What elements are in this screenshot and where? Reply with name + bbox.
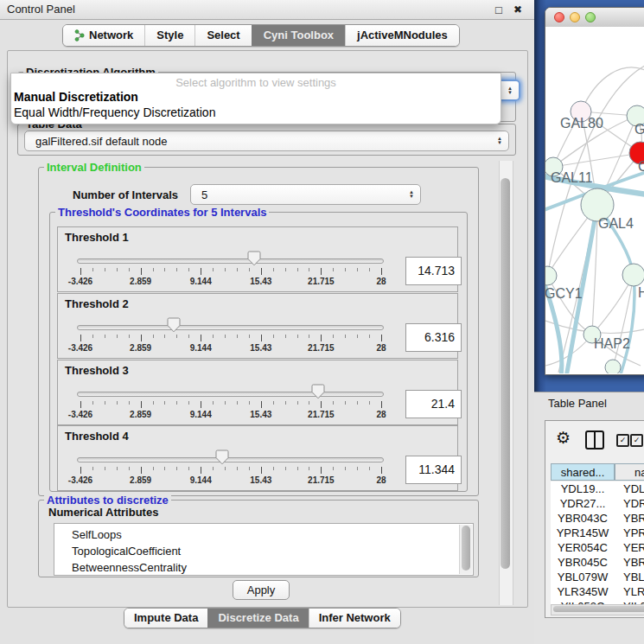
threshold-3-ticks: [80, 401, 382, 409]
threshold-3-value-field[interactable]: 21.4: [405, 390, 462, 418]
table-row[interactable]: YBR045CYBR0: [551, 555, 644, 570]
tab-select[interactable]: Select: [194, 25, 251, 46]
cell[interactable]: YDR2: [623, 496, 644, 511]
table-row[interactable]: YDL19...YDL1: [551, 481, 644, 496]
cell[interactable]: YLR3: [623, 584, 644, 599]
attributes-list[interactable]: SelfLoops TopologicalCoefficient Between…: [54, 523, 474, 576]
slider-tick: [117, 467, 118, 470]
table-hscrollbar-thumb[interactable]: [553, 606, 644, 612]
slider-tick: [357, 467, 358, 470]
network-canvas[interactable]: GAL80 GA GAL11 GAL4 GCY1 H HAP2 C: [545, 27, 644, 373]
list-scrollbar-thumb[interactable]: [462, 526, 470, 571]
gear-icon[interactable]: ⚙: [556, 428, 571, 448]
num-intervals-combobox[interactable]: 5 ▲▼: [190, 184, 421, 205]
slider-tick: [188, 268, 189, 271]
cell[interactable]: YPR145W: [551, 526, 615, 540]
cell[interactable]: YPR1: [623, 526, 644, 540]
threshold-4-slider-thumb[interactable]: [215, 450, 229, 465]
node-bottom[interactable]: [605, 360, 621, 373]
cell[interactable]: YDL19...: [551, 481, 615, 496]
list-scrollbar-track[interactable]: [459, 525, 472, 574]
table-row[interactable]: YBR043CYBR0: [551, 511, 644, 526]
slider-tick: [105, 467, 105, 470]
cell[interactable]: YER054C: [551, 540, 615, 555]
threshold-1-slider-thumb[interactable]: [247, 251, 261, 266]
column-header-shared-name[interactable]: shared...: [551, 463, 615, 481]
tab-network[interactable]: Network: [63, 25, 144, 46]
app-root: Control Panel □ ✖ Network Style Select C…: [0, 0, 644, 644]
list-item[interactable]: SelfLoops: [54, 524, 473, 543]
threshold-3-slider-track[interactable]: [77, 392, 384, 397]
algorithm-option-equal-width[interactable]: Equal Width/Frequency Discretization: [14, 105, 215, 119]
slider-tick: [381, 268, 382, 275]
threshold-2-value-field[interactable]: 6.316: [405, 323, 462, 352]
threshold-1-value-field[interactable]: 14.713: [405, 257, 462, 285]
network-window-titlebar[interactable]: [545, 8, 644, 28]
slider-tick: [164, 268, 165, 271]
slider-scale-label: 28: [376, 343, 386, 353]
node-gcy1[interactable]: [545, 266, 557, 285]
slider-tick: [129, 335, 130, 338]
zoom-button[interactable]: [585, 12, 596, 22]
tab-cyni-toolbox[interactable]: Cyni Toolbox: [252, 25, 345, 46]
slider-tick: [105, 268, 105, 271]
threshold-1-slider-track[interactable]: [77, 258, 384, 264]
threshold-2-slider-thumb[interactable]: [167, 317, 181, 333]
threshold-2-panel: Threshold 2 -3.4262.8599.14415.4321.7152…: [57, 293, 458, 359]
table-data-value: galFiltered.sif default node: [35, 135, 167, 148]
cell[interactable]: YBR0: [623, 511, 644, 526]
cell[interactable]: YBR045C: [551, 555, 615, 570]
panel-scrollbar-thumb[interactable]: [501, 178, 510, 569]
tab-style[interactable]: Style: [144, 25, 194, 46]
cell[interactable]: YLR345W: [551, 584, 615, 599]
cell[interactable]: YBR043C: [551, 511, 615, 526]
cell[interactable]: YDL1: [623, 481, 644, 496]
slider-tick: [321, 401, 322, 408]
threshold-3-slider-thumb[interactable]: [311, 384, 325, 399]
cell[interactable]: YBL0: [623, 570, 644, 584]
table-row[interactable]: YDR27...YDR2: [551, 496, 644, 511]
list-item[interactable]: TopologicalCoefficient: [54, 543, 473, 559]
tab-jactivemnodules[interactable]: jActiveMNodules: [345, 25, 459, 46]
tab-infer-network[interactable]: Infer Network: [309, 609, 400, 628]
table-data-combobox[interactable]: galFiltered.sif default node ▲▼: [24, 131, 509, 151]
cell[interactable]: YER0: [623, 540, 644, 555]
threshold-1-scale: -3.4262.8599.14415.4321.71528: [80, 277, 382, 288]
checkbox-icon[interactable]: ✓: [616, 434, 629, 447]
cell[interactable]: YBL079W: [551, 570, 615, 584]
close-button[interactable]: [554, 12, 564, 22]
checkbox-icon[interactable]: ✓: [630, 434, 643, 447]
tab-impute-data[interactable]: Impute Data: [124, 609, 207, 628]
column-header-name[interactable]: na: [615, 463, 644, 481]
table-row[interactable]: YLR345WYLR3: [551, 584, 644, 599]
cell[interactable]: YBR0: [623, 555, 644, 570]
slider-tick: [188, 401, 189, 405]
network-window: GAL80 GA GAL11 GAL4 GCY1 H HAP2 C: [545, 7, 644, 375]
threshold-2-label: Threshold 2: [65, 297, 129, 310]
tab-discretize-data[interactable]: Discretize Data: [207, 609, 308, 628]
node-right-mid[interactable]: [622, 264, 644, 286]
table-row[interactable]: YPR145WYPR1: [551, 526, 644, 540]
cell[interactable]: YDR27...: [551, 496, 615, 511]
close-icon[interactable]: ✖: [513, 3, 522, 16]
table-hscrollbar-track[interactable]: [551, 604, 644, 615]
split-view-icon[interactable]: [585, 430, 604, 450]
slider-scale-label: 21.715: [308, 475, 335, 485]
slider-tick: [92, 467, 93, 470]
float-icon[interactable]: □: [495, 3, 502, 16]
slider-tick: [309, 335, 309, 338]
table-panel-card: ⚙ ✓ ✓ shared... na YDL19...YDL1 YDR27...…: [545, 420, 644, 618]
slider-tick: [105, 401, 105, 405]
threshold-2-slider-track[interactable]: [77, 325, 384, 330]
threshold-4-slider-track[interactable]: [77, 457, 384, 462]
list-item[interactable]: BetweennessCentrality: [54, 559, 473, 576]
slider-tick: [249, 268, 250, 271]
algorithm-option-manual[interactable]: Manual Discretization: [14, 90, 138, 104]
slider-tick: [176, 268, 177, 271]
threshold-4-value-field[interactable]: 11.344: [405, 456, 462, 484]
table-row[interactable]: YER054CYER0: [551, 540, 644, 555]
network-graph: GAL80 GA GAL11 GAL4 GCY1 H HAP2 C: [545, 27, 644, 373]
minimize-button[interactable]: [570, 12, 580, 22]
table-row[interactable]: YBL079WYBL0: [551, 570, 644, 584]
apply-button[interactable]: Apply: [233, 580, 290, 600]
